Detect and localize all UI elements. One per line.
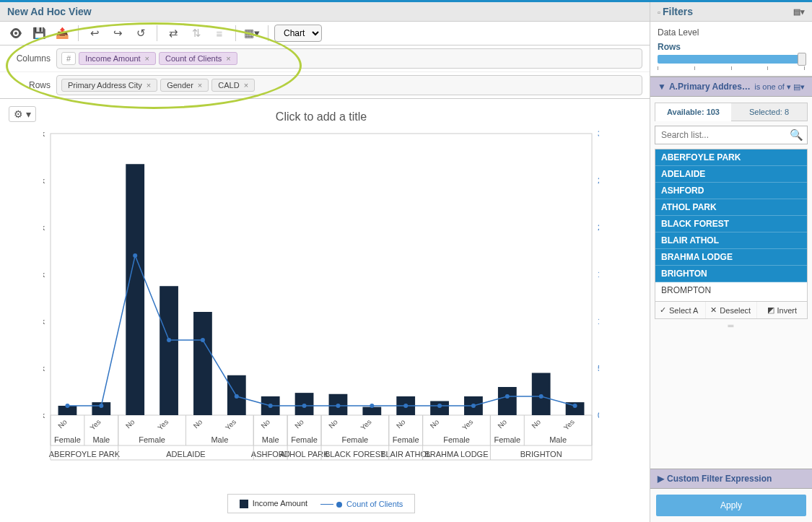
- svg-text:25: 25: [598, 176, 599, 185]
- chart-legend: Income Amount Count of Clients: [227, 494, 416, 513]
- chart-settings-button[interactable]: ▦▾: [242, 24, 262, 43]
- chart-svg: 0k2k4k6k8k10k12k051015202530Income Amoun…: [43, 126, 599, 487]
- svg-text:BLAIR ATHOL: BLAIR ATHOL: [380, 450, 431, 458]
- filter-title: A.Primary Addres…: [669, 82, 751, 92]
- svg-text:Female: Female: [494, 435, 520, 444]
- pivot-button[interactable]: ⇄: [163, 24, 183, 43]
- filter-search-input[interactable]: [655, 126, 808, 144]
- svg-text:20: 20: [598, 223, 599, 232]
- filters-header: ▫ Filters ▤▾: [650, 2, 812, 22]
- preview-button[interactable]: [6, 24, 26, 43]
- svg-text:BLACK FOREST: BLACK FOREST: [325, 450, 385, 458]
- filter-values-list[interactable]: ABERFOYLE PARKADELAIDEASHFORDATHOL PARKB…: [655, 149, 808, 302]
- column-chip-count[interactable]: Count of Clients×: [159, 52, 237, 65]
- filter-operator[interactable]: is one of: [754, 82, 785, 91]
- svg-text:ABERFOYLE PARK: ABERFOYLE PARK: [49, 450, 121, 458]
- export-button[interactable]: 📤: [52, 24, 72, 43]
- chart-point: [235, 394, 239, 399]
- svg-text:No: No: [124, 417, 136, 430]
- sort-button[interactable]: ⇅: [186, 24, 206, 43]
- filter-value-item[interactable]: ADELAIDE: [655, 166, 807, 183]
- filter-value-item[interactable]: ASHFORD: [655, 183, 807, 199]
- collapse-icon: ▼: [658, 82, 666, 92]
- search-icon[interactable]: 🔍: [790, 129, 803, 142]
- svg-text:Male: Male: [211, 435, 228, 444]
- primary-address-filter-header[interactable]: ▼A.Primary Addres… is one of ▾ ▤▾: [650, 77, 812, 97]
- rows-slider[interactable]: [658, 55, 805, 64]
- svg-text:0: 0: [598, 411, 599, 419]
- resize-handle[interactable]: ═: [650, 319, 812, 332]
- remove-chip-icon[interactable]: ×: [147, 81, 151, 90]
- svg-text:5: 5: [598, 364, 599, 373]
- invert-button[interactable]: ◩ Invert: [757, 302, 807, 318]
- svg-text:No: No: [192, 417, 204, 430]
- chart-bar: [126, 164, 144, 415]
- svg-text:Yes: Yes: [156, 418, 170, 432]
- svg-text:No: No: [259, 417, 271, 430]
- remove-chip-icon[interactable]: ×: [198, 81, 202, 90]
- chart-point: [269, 404, 273, 408]
- slider-handle[interactable]: [798, 53, 806, 66]
- row-chip-city[interactable]: Primary Address City×: [61, 79, 157, 92]
- columns-well[interactable]: # Income Amount× Count of Clients×: [56, 48, 642, 69]
- filter-actions: ✓ Select A ✕ Deselect ◩ Invert: [655, 302, 808, 319]
- svg-text:Female: Female: [443, 435, 470, 444]
- filter-value-item[interactable]: ATHOL PARK: [655, 199, 807, 216]
- view-type-select[interactable]: Chart: [274, 25, 322, 42]
- svg-point-0: [14, 32, 17, 35]
- data-level-label: Data Level: [658, 27, 805, 38]
- filter-value-item[interactable]: BRAHMA LODGE: [655, 249, 807, 266]
- remove-chip-icon[interactable]: ×: [226, 54, 230, 63]
- chart-options-button[interactable]: ⚙ ▾: [9, 106, 36, 122]
- remove-chip-icon[interactable]: ×: [244, 81, 248, 90]
- chart-point: [370, 404, 374, 408]
- filter-value-item[interactable]: ABERFOYLE PARK: [655, 149, 807, 166]
- tab-available[interactable]: Available: 103: [655, 103, 731, 121]
- chart-bar: [498, 387, 517, 415]
- svg-text:Yes: Yes: [88, 418, 102, 432]
- tab-selected[interactable]: Selected: 8: [731, 103, 807, 121]
- svg-text:10k: 10k: [43, 176, 45, 185]
- svg-text:No: No: [327, 417, 339, 430]
- save-button[interactable]: 💾: [29, 24, 49, 43]
- chart-bar: [362, 407, 381, 415]
- svg-text:Female: Female: [342, 435, 369, 444]
- row-chip-cald[interactable]: CALD×: [211, 79, 255, 92]
- filter-value-item[interactable]: BLACK FOREST: [655, 216, 807, 232]
- format-button[interactable]: ≡: [209, 24, 230, 43]
- hash-chip: #: [61, 52, 76, 65]
- deselect-all-button[interactable]: ✕ Deselect: [706, 302, 756, 318]
- redo-button[interactable]: ↪: [108, 24, 128, 43]
- svg-text:No: No: [56, 417, 69, 430]
- svg-text:2k: 2k: [43, 364, 45, 373]
- filters-menu-icon[interactable]: ▤▾: [793, 7, 805, 17]
- filter-menu-icon[interactable]: ▤▾: [793, 82, 805, 91]
- reset-button[interactable]: ↺: [131, 24, 151, 43]
- filters-title: Filters: [663, 6, 693, 17]
- svg-text:No: No: [395, 417, 407, 430]
- chart-title-placeholder[interactable]: Click to add a title: [7, 110, 635, 123]
- svg-text:6k: 6k: [43, 270, 45, 279]
- svg-text:Yes: Yes: [224, 418, 237, 432]
- undo-button[interactable]: ↩: [84, 24, 105, 43]
- rows-well[interactable]: Primary Address City× Gender× CALD×: [56, 75, 642, 95]
- chart-point: [471, 404, 476, 408]
- chart-point: [167, 338, 171, 342]
- svg-text:0k: 0k: [43, 411, 45, 419]
- filter-value-item[interactable]: BRIGHTON: [655, 266, 807, 282]
- custom-filter-expression-header[interactable]: ▶Custom Filter Expression: [650, 469, 812, 489]
- filter-value-item[interactable]: BROMPTON: [655, 282, 807, 299]
- chart-bar: [430, 401, 449, 416]
- svg-text:8k: 8k: [43, 223, 45, 232]
- chart-bar: [193, 312, 212, 415]
- filter-value-item[interactable]: BLAIR ATHOL: [655, 232, 807, 249]
- remove-chip-icon[interactable]: ×: [145, 54, 149, 63]
- row-chip-gender[interactable]: Gender×: [160, 79, 209, 92]
- column-chip-income[interactable]: Income Amount×: [79, 52, 156, 65]
- svg-text:10: 10: [598, 317, 599, 326]
- select-all-button[interactable]: ✓ Select A: [655, 302, 706, 318]
- chart-point: [336, 404, 340, 408]
- apply-button[interactable]: Apply: [656, 495, 806, 516]
- svg-text:ADELAIDE: ADELAIDE: [166, 450, 205, 458]
- svg-text:Yes: Yes: [460, 418, 474, 432]
